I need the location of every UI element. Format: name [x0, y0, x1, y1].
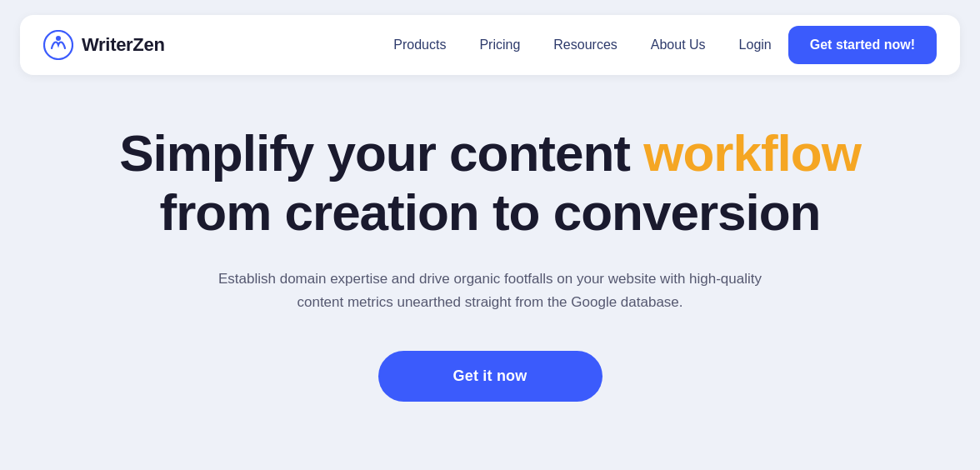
navbar: WriterZen Products Pricing Resources Abo…: [20, 15, 960, 75]
nav-resources[interactable]: Resources: [553, 38, 617, 52]
svg-point-1: [56, 36, 61, 41]
writerzen-icon: [43, 30, 73, 60]
hero-title-highlight: workflow: [643, 124, 861, 182]
get-started-button[interactable]: Get started now!: [788, 26, 937, 64]
nav-links: Products Pricing Resources About Us: [393, 38, 705, 52]
logo-text: WriterZen: [82, 34, 165, 56]
hero-title: Simplify your content workflow from crea…: [98, 123, 882, 242]
nav-about[interactable]: About Us: [651, 38, 706, 52]
hero-subtitle: Establish domain expertise and drive org…: [207, 268, 773, 314]
hero-section: Simplify your content workflow from crea…: [0, 90, 980, 435]
login-link[interactable]: Login: [739, 38, 772, 52]
nav-pricing[interactable]: Pricing: [479, 38, 520, 52]
nav-products[interactable]: Products: [393, 38, 446, 52]
get-it-now-button[interactable]: Get it now: [378, 351, 602, 402]
hero-title-after: from creation to conversion: [160, 183, 821, 241]
logo[interactable]: WriterZen: [43, 30, 165, 60]
hero-title-before: Simplify your content: [119, 124, 643, 182]
